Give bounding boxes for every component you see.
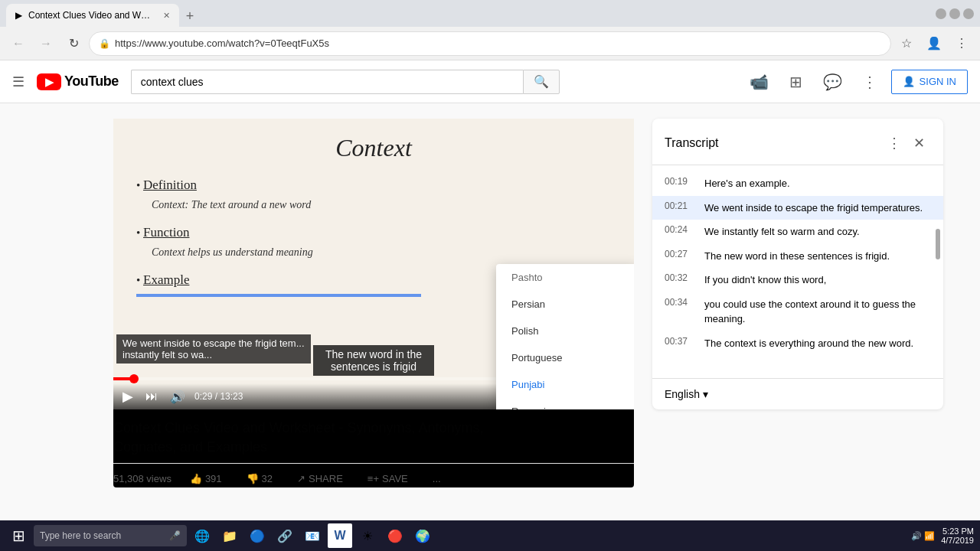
chat-button[interactable]: 💬 (818, 67, 848, 97)
chevron-down-icon: ▾ (703, 388, 708, 400)
minimize-btn[interactable] (936, 8, 946, 19)
transcript-menu-button[interactable]: ⋮ (882, 131, 906, 155)
lang-item-persian[interactable]: Persian (496, 291, 634, 318)
back-button[interactable]: ← (6, 31, 31, 56)
forward-button[interactable]: → (34, 31, 58, 56)
transcript-entry-5[interactable]: 00:32 If you didn't know this word, (652, 268, 943, 292)
video-info: Context Clues Video and Worksheet - Syno… (113, 419, 634, 487)
like-count: 391 (205, 473, 222, 484)
share-button[interactable]: ↗ SHARE (291, 470, 349, 487)
video-meta: 51,308 views 👍 391 👎 32 ↗ SHARE ≡+ (113, 470, 634, 487)
tab-favicon: ▶ (15, 10, 22, 21)
skip-button[interactable]: ⏭ (142, 388, 161, 405)
share-icon: ↗ (297, 473, 305, 484)
profile-button[interactable]: 👤 (922, 31, 946, 56)
timestamp-4: 00:27 (665, 249, 692, 264)
lang-item-punjabi[interactable]: Punjabi (496, 371, 634, 398)
youtube-logo[interactable]: ▶ YouTube (37, 73, 119, 90)
like-button[interactable]: 👍 391 (184, 470, 228, 487)
browser-toolbar: ☆ 👤 ⋮ (894, 31, 974, 56)
play-button[interactable]: ▶ (119, 386, 136, 406)
lang-item-portuguese[interactable]: Portuguese (496, 344, 634, 371)
video-frame[interactable]: Context • Definition Context: The text a… (113, 119, 634, 409)
transcript-text-6: you could use the context around it to g… (704, 297, 931, 327)
timestamp-7: 00:37 (665, 336, 692, 351)
taskbar-search[interactable]: Type here to search 🎤 (34, 525, 187, 546)
transcript-close-button[interactable]: ✕ (906, 131, 931, 155)
taskbar-sun[interactable]: ☀ (355, 523, 380, 548)
hamburger-menu[interactable]: ☰ (12, 73, 24, 90)
language-selector[interactable]: English ▾ (665, 388, 708, 400)
scrollbar[interactable] (936, 229, 940, 259)
save-button[interactable]: ≡+ SAVE (361, 470, 414, 487)
transcript-entry-1[interactable]: 00:19 Here's an example. (652, 171, 943, 196)
transcript-text-5: If you didn't know this word, (704, 272, 826, 288)
start-button[interactable]: ⊞ (6, 523, 31, 548)
transcript-title: Transcript (665, 136, 882, 150)
camera-button[interactable]: 📹 (744, 67, 775, 97)
transcript-footer: English ▾ (652, 378, 943, 409)
apps-button[interactable]: ⊞ (781, 67, 812, 97)
lang-item-polish[interactable]: Polish (496, 318, 634, 344)
title-bar: ▶ Context Clues Video and Worksh... ✕ + (0, 0, 980, 27)
clock: 5:23 PM 4/7/2019 (941, 527, 974, 545)
main-content: Context • Definition Context: The text a… (0, 103, 980, 524)
video-slide-title: Context (136, 134, 611, 162)
transcript-text-2: We went inside to escape the frigid temp… (704, 201, 923, 216)
search-button[interactable]: 🔍 (523, 70, 560, 94)
dislike-button[interactable]: 👎 32 (240, 470, 279, 487)
transcript-header: Transcript ⋮ ✕ (652, 119, 943, 165)
more-actions-button[interactable]: ... (426, 470, 447, 487)
lang-item-romanian[interactable]: Romanian (496, 398, 634, 409)
address-bar[interactable]: 🔒 https://www.youtube.com/watch?v=0Teeqt… (89, 31, 891, 56)
taskbar-explorer[interactable]: 📁 (217, 523, 242, 548)
transcript-entry-6[interactable]: 00:34 you could use the context around i… (652, 292, 943, 331)
tab-close-btn[interactable]: ✕ (163, 11, 170, 21)
taskbar-mail[interactable]: 📧 (300, 523, 325, 548)
sign-in-label: SIGN IN (920, 76, 956, 87)
more-button[interactable]: ⋮ (854, 67, 885, 97)
volume-button[interactable]: 🔊 (167, 388, 188, 406)
sign-in-button[interactable]: 👤 SIGN IN (891, 70, 968, 94)
current-time: 0:29 (194, 391, 212, 402)
maximize-btn[interactable] (949, 8, 960, 19)
like-icon: 👍 (190, 473, 202, 484)
transcript-body: 00:19 Here's an example. 00:21 We went i… (652, 165, 943, 378)
subtitle-line1: The new word in the (325, 348, 422, 360)
new-tab-button[interactable]: + (179, 5, 201, 27)
search-input[interactable] (131, 70, 523, 94)
taskbar-edge[interactable]: 🔵 (245, 523, 270, 548)
transcript-entry-4[interactable]: 00:27 The new word in these sentences is… (652, 244, 943, 269)
video-title-line2: Cognates, and Examples (113, 439, 267, 455)
close-btn[interactable] (963, 8, 974, 19)
function-text: Context helps us understand meaning (152, 246, 611, 259)
taskbar-chrome[interactable]: 🌐 (190, 523, 214, 548)
refresh-button[interactable]: ↻ (61, 31, 86, 56)
timestamp-2: 00:21 (665, 201, 692, 216)
lang-item-pashto[interactable]: Pashto (496, 264, 634, 291)
taskbar-word[interactable]: W (328, 523, 352, 548)
view-count: 51,308 views (113, 473, 172, 484)
taskbar-system-tray: 🔊 📶 5:23 PM 4/7/2019 (911, 527, 974, 545)
transcript-entry-2[interactable]: 00:21 We went inside to escape the frigi… (652, 196, 943, 220)
transcript-entry-3[interactable]: 00:24 We instantly felt so warm and cozy… (652, 220, 943, 244)
active-tab[interactable]: ▶ Context Clues Video and Worksh... ✕ (6, 4, 179, 27)
timestamp-3: 00:24 (665, 224, 692, 240)
taskbar: ⊞ Type here to search 🎤 🌐 📁 🔵 🔗 📧 W ☀ 🔴 … (0, 520, 980, 551)
nav-bar: ← → ↻ 🔒 https://www.youtube.com/watch?v=… (0, 27, 980, 60)
bookmark-button[interactable]: ☆ (894, 31, 919, 56)
share-label: SHARE (309, 473, 343, 484)
video-section: Context • Definition Context: The text a… (113, 119, 634, 524)
progress-dot (129, 374, 139, 383)
extensions-button[interactable]: ⋮ (949, 31, 974, 56)
taskbar-earth[interactable]: 🌍 (410, 523, 435, 548)
taskbar-ie[interactable]: 🔗 (273, 523, 297, 548)
date: 4/7/2019 (941, 536, 974, 545)
transcript-text-3: We instantly felt so warm and cozy. (704, 224, 860, 240)
taskbar-powerpoint[interactable]: 🔴 (383, 523, 407, 548)
video-container: Context • Definition Context: The text a… (113, 119, 634, 487)
timestamp-1: 00:19 (665, 176, 692, 191)
transcript-entry-7[interactable]: 00:37 The context is everything around t… (652, 331, 943, 356)
definition-label: Definition (143, 178, 197, 192)
definition-bullet: • Definition (136, 178, 611, 193)
